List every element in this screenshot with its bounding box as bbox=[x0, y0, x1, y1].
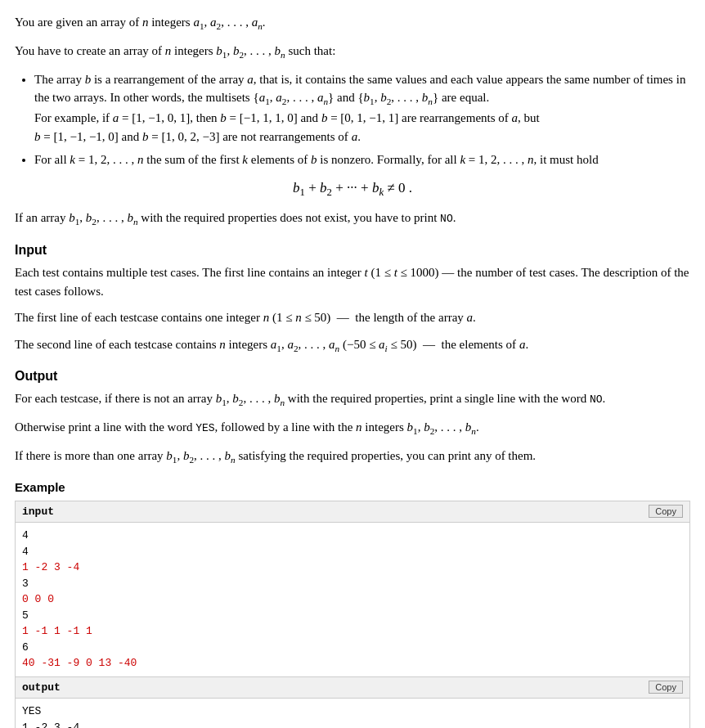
output-line1: For each testcase, if there is not an ar… bbox=[15, 389, 690, 410]
input-block-header: input Copy bbox=[16, 501, 689, 524]
input-line2: The first line of each testcase contains… bbox=[15, 308, 690, 327]
example-title: Example bbox=[15, 479, 690, 497]
output-line3: If there is more than one array b1, b2, … bbox=[15, 447, 690, 467]
and-text: and bbox=[337, 91, 355, 104]
input-line-3: 1 -2 3 -4 bbox=[22, 561, 79, 573]
output-line2: Otherwise print a line with the word YES… bbox=[15, 418, 690, 438]
input-line-5: 0 0 0 bbox=[22, 593, 54, 605]
input-line-7: 1 -1 1 -1 1 bbox=[22, 625, 92, 637]
input-line-1: 4 bbox=[22, 529, 29, 542]
input-line-8: 6 bbox=[22, 641, 29, 654]
input-copy-button[interactable]: Copy bbox=[649, 505, 683, 518]
input-line-9: 40 -31 -9 0 13 -40 bbox=[22, 657, 137, 669]
output-line-1: YES bbox=[22, 705, 41, 717]
output-title: Output bbox=[15, 366, 690, 386]
input-title: Input bbox=[15, 240, 690, 260]
no-exist-text: If an array b1, b2, . . . , bn with the … bbox=[15, 209, 690, 229]
input-label: input bbox=[22, 504, 54, 520]
output-label: output bbox=[22, 680, 61, 696]
output-block-body: YES 1 -2 3 -4 NO YES 1 1 -1 1 -1 YES -40… bbox=[16, 699, 689, 728]
bullet-list: The array b is a rearrangement of the ar… bbox=[34, 70, 690, 169]
bullet-item-2: For all k = 1, 2, . . . , n the sum of t… bbox=[34, 151, 690, 169]
output-block-header: output Copy bbox=[16, 677, 689, 699]
input-block: input Copy 4 4 1 -2 3 -4 3 0 0 0 5 1 -1 … bbox=[15, 501, 690, 677]
bullet-item-1: The array b is a rearrangement of the ar… bbox=[34, 70, 690, 146]
input-line-6: 5 bbox=[22, 609, 29, 622]
input-line1: Each test contains multiple test cases. … bbox=[15, 263, 690, 300]
input-block-body: 4 4 1 -2 3 -4 3 0 0 0 5 1 -1 1 -1 1 6 40… bbox=[16, 523, 689, 676]
formula: b1 + b2 + ··· + bk ≠ 0 . bbox=[15, 178, 690, 201]
input-line3: The second line of each testcase contain… bbox=[15, 335, 690, 356]
bullet-1-example: For example, if a = [1, −1, 0, 1], then … bbox=[34, 111, 540, 143]
input-line-2: 4 bbox=[22, 546, 29, 558]
output-line-2: 1 -2 3 -4 bbox=[22, 721, 79, 728]
output-block: output Copy YES 1 -2 3 -4 NO YES 1 1 -1 … bbox=[15, 677, 690, 728]
intro-line1: You are given an array of n integers a1,… bbox=[15, 13, 690, 34]
output-copy-button[interactable]: Copy bbox=[649, 681, 683, 694]
intro-line2: You have to create an array of n integer… bbox=[15, 42, 690, 62]
input-line-4: 3 bbox=[22, 577, 29, 590]
